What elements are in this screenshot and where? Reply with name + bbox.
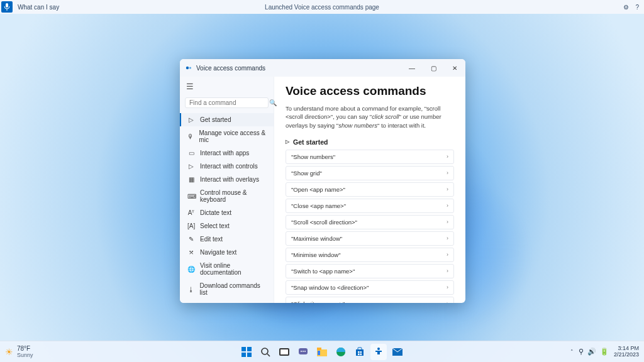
- svg-point-3: [189, 67, 191, 69]
- chevron-right-icon: ›: [447, 300, 448, 303]
- search-button[interactable]: [257, 344, 274, 360]
- command-row[interactable]: "Maximise window"›: [286, 231, 454, 246]
- svg-rect-0: [6, 3, 8, 8]
- command-text: "Minimise window": [291, 251, 341, 258]
- command-row[interactable]: "Scroll <scroll direction>"›: [286, 215, 454, 229]
- sidebar-item-navigate-text[interactable]: ⤧Navigate text: [180, 246, 274, 259]
- taskbar-center: [0, 344, 644, 360]
- main-panel: Voice access commands To understand more…: [274, 77, 465, 303]
- app-icon: [185, 64, 192, 72]
- store-button[interactable]: [352, 344, 368, 360]
- chevron-right-icon: ›: [447, 186, 448, 192]
- docs-label: Visit online documentation: [200, 262, 267, 276]
- command-text: "Show grid": [291, 170, 322, 177]
- nav-icon: ▦: [187, 176, 195, 183]
- svg-point-2: [186, 67, 189, 69]
- expand-icon: ▷: [286, 139, 289, 145]
- command-text: "Show numbers": [291, 153, 335, 160]
- taskview-button[interactable]: [276, 344, 292, 360]
- nav-label: Navigate text: [200, 249, 236, 256]
- nav-label: Get started: [200, 116, 231, 123]
- chevron-right-icon: ›: [447, 268, 448, 274]
- svg-rect-24: [358, 353, 360, 355]
- maximize-button[interactable]: ▢: [423, 59, 444, 77]
- chevron-right-icon: ›: [447, 219, 448, 225]
- sidebar-item-manage-voice-access-mic[interactable]: 🎙Manage voice access & mic: [180, 126, 274, 146]
- svg-point-8: [262, 348, 268, 354]
- svg-rect-6: [242, 353, 246, 357]
- section-title: Get started: [293, 138, 328, 146]
- command-row[interactable]: "Show numbers"›: [286, 150, 454, 164]
- sidebar-item-dictate-text[interactable]: AᵀDictate text: [180, 206, 274, 219]
- svg-rect-25: [360, 353, 362, 355]
- hamburger-icon[interactable]: ☰: [180, 79, 274, 94]
- command-row[interactable]: "Snap window to <direction>"›: [286, 280, 454, 295]
- close-button[interactable]: ✕: [444, 59, 465, 77]
- command-row[interactable]: "Show grid"›: [286, 166, 454, 180]
- minimize-button[interactable]: ―: [401, 59, 423, 77]
- svg-line-9: [267, 354, 270, 356]
- edge-button[interactable]: [333, 344, 349, 360]
- page-description: To understand more about a command for e…: [286, 104, 454, 129]
- chat-button[interactable]: [295, 344, 311, 360]
- svg-point-13: [301, 351, 302, 352]
- command-search[interactable]: 🔍: [185, 97, 269, 108]
- voice-access-bar: What can I say Launched Voice access com…: [0, 0, 644, 14]
- svg-rect-4: [242, 347, 246, 351]
- command-row[interactable]: "Close <app name>"›: [286, 199, 454, 213]
- svg-rect-23: [360, 351, 362, 353]
- sidebar-item-download[interactable]: ⭳Download commands list: [180, 279, 274, 299]
- command-text: "Open <app name>": [291, 186, 345, 193]
- sidebar-item-edit-text[interactable]: ✎Edit text: [180, 233, 274, 246]
- nav-icon: [A]: [187, 222, 195, 229]
- download-label: Download commands list: [200, 282, 267, 296]
- settings-icon[interactable]: ⚙: [623, 4, 629, 11]
- svg-rect-5: [247, 347, 252, 351]
- accessibility-button[interactable]: [370, 344, 387, 360]
- command-text: "Maximise window": [291, 235, 342, 242]
- nav-icon: ⌨: [187, 193, 195, 200]
- nav-label: Dictate text: [200, 209, 231, 216]
- sidebar-item-interact-with-apps[interactable]: ▭Interact with apps: [180, 146, 274, 160]
- section-header[interactable]: ▷ Get started: [286, 138, 454, 146]
- chevron-right-icon: ›: [447, 251, 448, 258]
- command-text: "Scroll <scroll direction>": [291, 219, 357, 226]
- sidebar-item-interact-with-overlays[interactable]: ▦Interact with overlays: [180, 173, 274, 186]
- svg-rect-11: [280, 349, 288, 354]
- window-title: Voice access commands: [196, 65, 265, 72]
- sidebar-item-get-started[interactable]: ▷Get started: [180, 113, 274, 126]
- svg-point-26: [377, 348, 380, 350]
- svg-rect-17: [317, 348, 321, 350]
- command-row[interactable]: "Click <item name>"›: [286, 297, 454, 303]
- command-text: "Switch to <app name>": [291, 268, 355, 275]
- svg-rect-18: [318, 351, 320, 355]
- help-icon[interactable]: ?: [635, 4, 639, 11]
- nav-icon: ▭: [187, 150, 195, 156]
- nav-label: Interact with apps: [200, 150, 249, 156]
- download-icon: ⭳: [187, 286, 195, 293]
- search-input[interactable]: [189, 99, 269, 106]
- window-titlebar[interactable]: Voice access commands ― ▢ ✕: [180, 59, 465, 77]
- mail-button[interactable]: [389, 344, 406, 360]
- taskbar: ☀ 78°F Sunny ˄ ⚲ 🔊 🔋 3:14 PM 2/21/2023: [0, 341, 644, 362]
- page-heading: Voice access commands: [286, 84, 454, 98]
- chevron-right-icon: ›: [447, 153, 448, 160]
- chevron-right-icon: ›: [447, 170, 448, 176]
- explorer-button[interactable]: [314, 344, 330, 360]
- command-row[interactable]: "Switch to <app name>"›: [286, 264, 454, 278]
- command-row[interactable]: "Minimise window"›: [286, 248, 454, 262]
- voice-hint[interactable]: What can I say: [18, 4, 59, 11]
- command-row[interactable]: "Open <app name>"›: [286, 182, 454, 197]
- nav-icon: Aᵀ: [187, 209, 195, 216]
- sidebar-item-control-mouse-keyboard[interactable]: ⌨Control mouse & keyboard: [180, 186, 274, 206]
- sidebar-item-interact-with-controls[interactable]: ▷Interact with controls: [180, 160, 274, 173]
- nav-icon: ▷: [187, 116, 195, 123]
- chevron-right-icon: ›: [447, 235, 448, 241]
- sidebar-item-docs[interactable]: 🌐Visit online documentation: [180, 259, 274, 279]
- start-button[interactable]: [238, 344, 255, 360]
- voice-commands-window: Voice access commands ― ▢ ✕ ☰ 🔍 ▷Get sta…: [180, 59, 465, 303]
- globe-icon: 🌐: [187, 266, 195, 273]
- svg-rect-22: [358, 351, 360, 353]
- microphone-toggle[interactable]: [1, 1, 13, 13]
- sidebar-item-select-text[interactable]: [A]Select text: [180, 219, 274, 233]
